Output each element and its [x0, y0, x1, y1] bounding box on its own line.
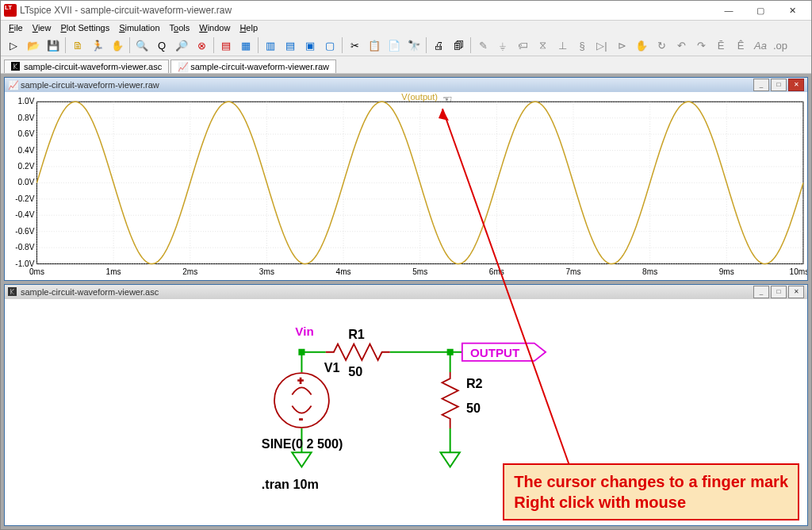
menu-plot-settings[interactable]: Plot Settings [56, 21, 114, 34]
maximize-button[interactable]: ▢ [745, 1, 776, 20]
svg-text:5ms: 5ms [412, 267, 427, 275]
menu-window[interactable]: Window [194, 21, 235, 34]
waveform-title-bar[interactable]: 📈 sample-circuit-waveform-viewer.raw _ □… [5, 78, 807, 92]
waveform-window: 📈 sample-circuit-waveform-viewer.raw _ □… [4, 77, 808, 281]
menu-simulation[interactable]: Simulation [114, 21, 164, 34]
waveform-plot[interactable]: 1.0V0.8V0.6V 0.4V0.2V0.0V -0.2V-0.4V-0.6… [5, 92, 807, 280]
new-schematic-button[interactable]: ▷ [4, 36, 23, 55]
draw-wire-button[interactable]: ✎ [473, 36, 492, 55]
label-net-button[interactable]: 🏷 [513, 36, 532, 55]
inductor-button[interactable]: § [573, 36, 592, 55]
child-minimize-button[interactable]: _ [753, 79, 769, 91]
r2-name[interactable]: R2 [466, 376, 483, 390]
svg-text:3ms: 3ms [259, 267, 274, 275]
tab-waveform[interactable]: 📈 sample-circuit-waveform-viewer.raw [170, 60, 336, 73]
v1-value[interactable]: SINE(0 2 500) [262, 436, 343, 451]
window-title: LTspice XVII - sample-circuit-waveform-v… [20, 5, 713, 16]
waveform-file-icon: 📈 [178, 62, 187, 71]
tran-directive[interactable]: .tran 10m [262, 476, 319, 490]
autorange-button[interactable]: ▤ [216, 36, 236, 55]
svg-rect-53 [447, 348, 454, 355]
pick-visible-traces-button[interactable]: ▦ [236, 36, 255, 55]
svg-text:-: - [299, 413, 302, 424]
menu-tools[interactable]: Tools [165, 21, 195, 34]
setup-button[interactable]: 🗐 [449, 36, 468, 55]
cut-button[interactable]: ✂ [345, 36, 364, 55]
print-button[interactable]: 🖨 [429, 36, 448, 55]
capacitor-button[interactable]: ⊥ [553, 36, 572, 55]
vin-label[interactable]: Vin [295, 324, 313, 337]
zoom-out-button[interactable]: 🔎 [172, 36, 191, 55]
ground-button[interactable]: ⏚ [493, 36, 512, 55]
copy-button[interactable]: 📋 [365, 36, 384, 55]
tile-vert-button[interactable]: ▤ [281, 36, 300, 55]
svg-text:6ms: 6ms [489, 267, 504, 275]
redo-button[interactable]: ↷ [691, 36, 710, 55]
spice-directive-button[interactable]: .op [771, 36, 790, 55]
trace-label[interactable]: V(output) [401, 92, 438, 102]
svg-text:+: + [297, 375, 303, 386]
tile-horiz-button[interactable]: ▥ [261, 36, 280, 55]
resistor-button[interactable]: ⧖ [533, 36, 552, 55]
svg-text:4ms: 4ms [336, 267, 351, 275]
svg-text:-0.4V: -0.4V [15, 210, 34, 219]
component-button[interactable]: ⊳ [612, 36, 631, 55]
child-close-button[interactable]: ✕ [788, 79, 804, 91]
undo-button[interactable]: ↶ [672, 36, 691, 55]
menu-bar: File View Plot Settings Simulation Tools… [1, 21, 811, 35]
waveform-icon: 📈 [8, 80, 17, 90]
r1-value[interactable]: 50 [348, 364, 362, 378]
run-button[interactable]: 🏃 [88, 36, 107, 55]
waveform-title-text: sample-circuit-waveform-viewer.raw [21, 80, 159, 90]
svg-text:0.8V: 0.8V [18, 113, 35, 121]
child-close-button[interactable]: ✕ [788, 286, 804, 298]
schematic-title-text: sample-circuit-waveform-viewer.asc [21, 287, 159, 297]
halt-button[interactable]: ✋ [108, 36, 127, 55]
menu-file[interactable]: File [4, 21, 28, 34]
title-bar: LTspice XVII - sample-circuit-waveform-v… [1, 1, 811, 21]
minimize-button[interactable]: — [713, 1, 745, 20]
child-maximize-button[interactable]: □ [771, 79, 787, 91]
close-all-button[interactable]: ▢ [320, 36, 339, 55]
symbol-button[interactable]: 🗎 [68, 36, 87, 55]
paste-button[interactable]: 📄 [385, 36, 404, 55]
close-button[interactable]: ✕ [776, 1, 808, 20]
svg-text:☜: ☜ [442, 93, 453, 106]
svg-text:0ms: 0ms [29, 267, 44, 275]
child-maximize-button[interactable]: □ [771, 286, 787, 298]
zoom-extents-button[interactable]: ⊗ [192, 36, 211, 55]
annotation-line1: The cursor changes to a finger mark [514, 471, 788, 492]
svg-text:2ms: 2ms [182, 267, 197, 275]
diode-button[interactable]: ▷| [592, 36, 611, 55]
menu-view[interactable]: View [28, 21, 56, 34]
move-button[interactable]: ✋ [632, 36, 651, 55]
child-minimize-button[interactable]: _ [753, 286, 769, 298]
mirror-button[interactable]: Ê [731, 36, 750, 55]
svg-text:-0.6V: -0.6V [15, 226, 34, 235]
toolbar: ▷ 📂 💾 🗎 🏃 ✋ 🔍 Q 🔎 ⊗ ▤ ▦ ▥ ▤ ▣ ▢ ✂ 📋 📄 🔭 … [1, 35, 811, 56]
r1-name[interactable]: R1 [348, 326, 365, 340]
text-button[interactable]: Aa [751, 36, 770, 55]
open-button[interactable]: 📂 [24, 36, 43, 55]
schematic-file-icon: 🅺 [11, 62, 21, 71]
drag-button[interactable]: ↻ [652, 36, 671, 55]
save-button[interactable]: 💾 [44, 36, 63, 55]
svg-text:0.2V: 0.2V [18, 162, 35, 171]
schematic-canvas[interactable]: + - V1 SINE(0 2 500) R1 50 [5, 299, 807, 525]
menu-help[interactable]: Help [235, 21, 262, 34]
rotate-button[interactable]: Ē [711, 36, 730, 55]
app-icon [4, 4, 17, 17]
find-button[interactable]: 🔭 [404, 36, 423, 55]
cascade-button[interactable]: ▣ [301, 36, 320, 55]
tab-schematic[interactable]: 🅺 sample-circuit-waveform-viewer.asc [4, 60, 169, 73]
schematic-icon: 🅺 [8, 287, 17, 297]
output-label[interactable]: OUTPUT [470, 345, 520, 359]
schematic-title-bar[interactable]: 🅺 sample-circuit-waveform-viewer.asc _ □… [5, 285, 807, 299]
tab-label: sample-circuit-waveform-viewer.asc [24, 62, 162, 71]
svg-text:1ms: 1ms [106, 267, 121, 275]
v1-name[interactable]: V1 [324, 360, 340, 374]
zoom-in-button[interactable]: 🔍 [132, 36, 151, 55]
svg-text:-0.8V: -0.8V [15, 243, 34, 252]
pan-button[interactable]: Q [152, 36, 171, 55]
r2-value[interactable]: 50 [466, 400, 481, 414]
